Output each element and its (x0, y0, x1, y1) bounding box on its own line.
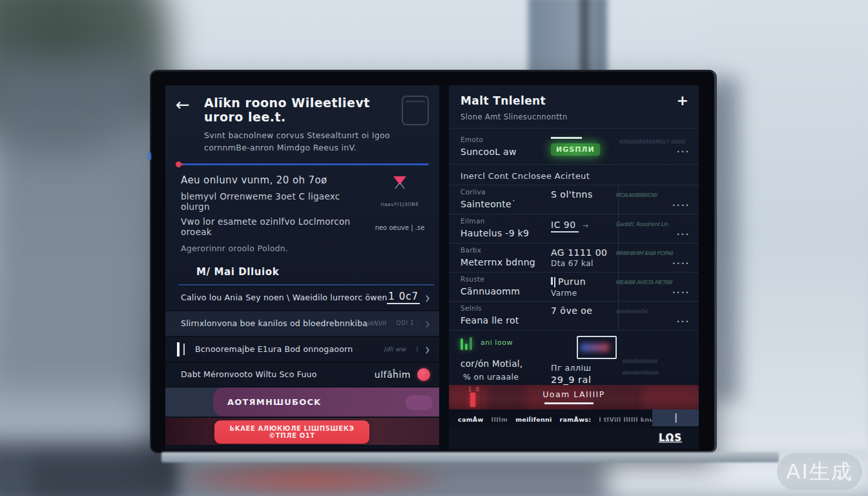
metric-values: Пг алліш 29_9 ral (551, 336, 622, 385)
list-section-title: Inercl Cont Cnclosee Acirteut (449, 165, 699, 185)
row-top-label: Eilman (460, 217, 551, 225)
accent-divider (177, 163, 429, 165)
table-row[interactable]: Selnls Feana lle rot 7 öve oe ıllıılıılı… (449, 302, 699, 331)
more-icon[interactable]: ••• (615, 318, 690, 325)
window-icon[interactable] (402, 96, 429, 125)
list-item[interactable]: Bcnooremajbe E1ura Bod onnogaoorn jdli w… (165, 337, 439, 363)
row-top-label: Selnls (460, 304, 551, 312)
list-item[interactable]: Calivo lou Ania Sey noen \ Waeidilo lurr… (165, 285, 439, 311)
purple-action-label: AOTЯMHШUБOCK (227, 397, 321, 407)
table-row[interactable]: Corliva Sainteonte˙ S ol'tnns MOAAtИIIII… (449, 185, 699, 214)
column-divider (618, 243, 619, 272)
summary-text: Aeu onlunv vunm, 20 oh 7oø blemyvl Orren… (181, 174, 371, 253)
column-divider (618, 214, 619, 243)
row-top-label: Corliva (460, 188, 551, 196)
highlight-section: AOTЯMHШUБOCK (165, 388, 439, 418)
row-value: 7 öve oe (551, 304, 615, 330)
building-edge (580, 0, 589, 80)
metric-line1: cor/ón Motial, (460, 358, 551, 369)
purple-pill[interactable] (406, 395, 433, 410)
status-extra: ıłdıłddddłdddddłłdd ł· łdddd ••• (619, 138, 690, 155)
row-top-label: Rsuste (460, 275, 551, 283)
list-item-note: jANVII (367, 320, 386, 327)
row-labels: Selnls Feana lle rot (460, 304, 551, 330)
arrow-icon: → (583, 222, 588, 230)
row-hatch-text: Gaotiitl, Roodrient Lin (615, 221, 690, 227)
brand-logo: LΩS (659, 432, 682, 444)
toggle-row[interactable]: Dabt Méronvooto Wiltu Sco Fuuo ulfăĥim (165, 363, 439, 388)
row-extra: MMIIHIIHIM IIAIIII POPAII •••• (615, 246, 690, 272)
row-extra: MEAtIIIII AVISTA METIIIII •••• (615, 275, 690, 301)
back-icon[interactable]: ← (176, 96, 202, 154)
purple-action-bar[interactable]: AOTЯMHШUБOCK (213, 388, 439, 417)
summary-side-value: neo oeuve | .se (371, 224, 429, 231)
waveform-icon (460, 336, 472, 350)
row-extra: Gaotiitl, Roodrient Lin ••• (615, 217, 690, 243)
row-hatch-text: MMIIHIIHIM IIAIIII POPAII (615, 250, 690, 256)
detail-header-text: Alīkn roono Wileetlievt uroro lee.t. Svı… (202, 96, 397, 154)
row-value2-text: Varme (551, 289, 615, 298)
row-main-label: Meterrnx bdnng (460, 257, 551, 267)
table-row[interactable]: Rsuste Cännuaomm Purun Varme MEAtIIIII A… (449, 273, 699, 302)
row-value-text: S ol'tnns (551, 189, 615, 200)
metric-labels: ani loow cor/ón Motial, % on uraaale (460, 336, 551, 385)
bottom-item[interactable]: meiĺifenni (515, 416, 552, 423)
toggle-value: ulfăĥim (375, 369, 411, 380)
laptop-device: ← Alīkn roono Wileetlievt uroro lee.t. S… (150, 70, 717, 453)
chevron-right-icon[interactable]: › (425, 341, 430, 358)
app-screen: ← Alīkn roono Wileetlievt uroro lee.t. S… (165, 85, 699, 450)
list-item-note: jdli ww (384, 346, 406, 353)
summary-line2: blemyvl Orrenweme 3oet C ligaexc olurgn (181, 191, 371, 212)
row-hatch-text: MEAtIIIII AVISTA METIIIII (615, 279, 690, 285)
alert-banner[interactable]: 1 0 Uoam LAIIIIP (449, 385, 699, 409)
bezel-marker (148, 152, 151, 160)
row-value: Purun Varme (551, 275, 615, 301)
row-main-label: Hautelus -9 k9 (460, 228, 551, 238)
status-main-label: SuncooL aw (460, 147, 551, 157)
section-title: M/ Mai Dlluiok (165, 253, 439, 278)
table-row[interactable]: Eilman Hautelus -9 k9 IC 90→ Gaotiitl, R… (449, 214, 699, 243)
metric-line2: % on uraaale (460, 372, 551, 382)
banner-title: Uoam LAIIIIP (449, 389, 699, 399)
page-title: Alīkn roono Wileetlievt uroro lee.t. (204, 96, 397, 124)
row-value2-text: Dta 67 kal (551, 259, 615, 268)
pause-icon (177, 342, 185, 356)
chevron-right-icon[interactable]: › (425, 289, 430, 306)
panel-gap (439, 85, 449, 450)
row-extra: ıllıılıılılıılıılıılıllııl ••• (615, 304, 690, 330)
row-extra: MOAAtИIIIIIIИOW •••• (615, 188, 690, 214)
table-row[interactable]: Barbx Meterrnx bdnng AG 1111 00 Dta 67 k… (449, 243, 699, 273)
metric-hatch2: ıllıılıılıllıılıılıllıılıılılı (622, 369, 690, 376)
bottom-item[interactable]: ramÂws: (560, 416, 592, 423)
status-badge: ИGSПЛИ (551, 143, 600, 156)
metric-row[interactable]: ani loow cor/ón Motial, % on uraaale Пг … (449, 331, 699, 385)
more-icon[interactable]: ••• (615, 231, 690, 238)
more-icon[interactable]: •••• (615, 260, 690, 267)
list-title: Malt Tnlelent (460, 94, 677, 107)
status-row[interactable]: Emoto SuncooL aw ИGSПЛИ ıłdıłddddłdddddł… (449, 129, 699, 165)
red-reflection (181, 461, 446, 496)
divider-dot (176, 161, 181, 167)
status-hatch-text: ıłdıłddddłdddddłłdd ł· łdddd (619, 138, 690, 145)
row-main-label: Sainteonte˙ (460, 199, 551, 209)
bottom-item[interactable]: camÂw (458, 416, 484, 423)
list-item[interactable]: Slirnxlonvona boe kanilos od bloedrebnnk… (165, 311, 439, 337)
more-icon[interactable]: •••• (615, 289, 690, 296)
chevron-right-icon[interactable]: › (425, 315, 430, 332)
list-item-value: 1 0c7 (387, 291, 420, 304)
bars-icon (551, 277, 555, 287)
add-icon[interactable]: + (677, 94, 688, 107)
bottom-item[interactable]: IIIIm (491, 416, 508, 423)
row-top-label: Barbx (460, 246, 551, 254)
row-labels: Eilman Hautelus -9 k9 (460, 217, 551, 243)
primary-action-button[interactable]: ЬKAЕE АЛЮКЮЛЕ LIШП5ШЕКЭ ©ТПЛЕ O1T (214, 420, 369, 444)
row-value-text: AG 1111 00 (551, 247, 615, 258)
list-subtitle: Slone Amt Slinesucnnonttn (449, 107, 699, 129)
subtitle-line2: cornnmBe-anron Mimdgo Reeus inV. (204, 143, 356, 152)
list-header: Malt Tnlelent + (449, 85, 699, 107)
more-icon[interactable]: •••• (615, 202, 690, 209)
toggle-indicator[interactable] (417, 368, 430, 381)
summary-date: Aeu onlunv vunm, 20 oh 7oø (181, 174, 371, 186)
more-icon[interactable]: ••• (619, 149, 690, 155)
bottom-bar: camÂw IIIIm meiĺifenni ramÂws: I tIVill … (449, 409, 699, 429)
